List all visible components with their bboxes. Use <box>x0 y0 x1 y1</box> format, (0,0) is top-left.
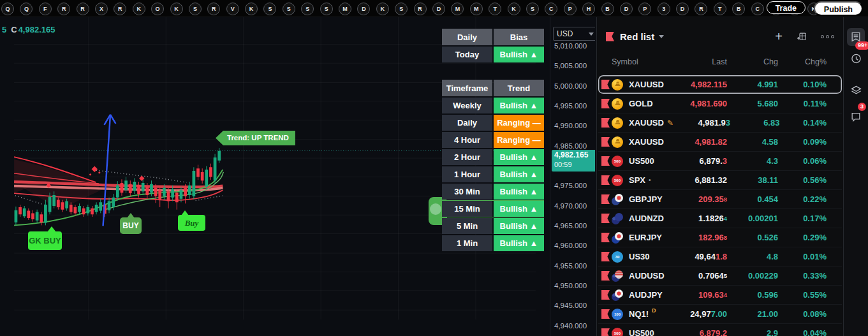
watchlist-row[interactable]: XAUUSD ✎ 4,981.9 3 6.83 0.14% <box>598 113 842 133</box>
last-price: 4,981.82 <box>668 137 727 147</box>
workspace-tab[interactable]: K <box>245 3 258 15</box>
red-flag-icon[interactable] <box>601 233 610 242</box>
red-flag-icon[interactable] <box>601 309 610 319</box>
col-chg[interactable]: Chg <box>727 57 778 66</box>
timeframe-cell: 5 Min <box>442 218 492 234</box>
watchlist-row[interactable]: GBPJPY 209.35 8 0.454 0.22% <box>598 190 842 209</box>
workspace-tab[interactable]: S <box>301 3 314 15</box>
workspace-tab[interactable]: R <box>695 3 707 15</box>
watchlist-row[interactable]: XAUUSD 4,981.82 4.58 0.09% <box>598 133 842 152</box>
publish-button[interactable]: Publish <box>814 1 863 16</box>
watchlist-row[interactable]: 500 SPX • 6,881.32 38.11 0.56% <box>598 171 842 190</box>
workspace-tab[interactable]: Q <box>1 3 14 15</box>
workspace-tab[interactable]: S <box>263 3 276 15</box>
col-symbol[interactable]: Symbol <box>612 57 638 66</box>
workspace-tab[interactable]: O <box>151 3 164 15</box>
workspace-tab[interactable]: D <box>357 3 370 15</box>
red-flag-icon[interactable] <box>601 290 610 300</box>
red-flag-icon[interactable] <box>601 118 610 128</box>
workspace-tab[interactable]: M <box>470 3 483 15</box>
workspace-tab[interactable]: R <box>207 3 220 15</box>
chart-pane[interactable]: 5C4,982.165 Trend: UP TREND GK BUY BUY B… <box>0 17 595 336</box>
alerts-tool-button[interactable] <box>847 49 865 67</box>
watchlist-title[interactable]: Red list <box>620 31 654 42</box>
col-last[interactable]: Last <box>668 57 727 66</box>
workspace-tab[interactable]: R <box>77 3 89 15</box>
watchlist-row[interactable]: 500 US500 6,879. 3 4.3 0.06% <box>598 152 842 171</box>
timeframe-cell: 4 Hour <box>442 132 492 148</box>
object-tree-button[interactable] <box>847 81 865 99</box>
watchlist-row[interactable]: AUDJPY 109.63 4 0.596 0.55% <box>598 286 842 305</box>
red-flag-icon[interactable] <box>601 137 610 147</box>
workspace-tab[interactable]: M <box>339 3 351 15</box>
workspace-tab[interactable]: T <box>489 3 501 15</box>
workspace-tab[interactable]: K <box>376 3 389 15</box>
workspace-tab[interactable]: 3 <box>658 3 670 15</box>
change-value: 4.991 <box>727 80 778 89</box>
workspace-tab[interactable]: C <box>545 3 557 15</box>
workspace-tab[interactable]: F <box>39 3 52 15</box>
workspace-tab[interactable]: D <box>432 3 445 15</box>
watchlist-row[interactable]: AUDUSD 0.7064 5 0.00229 0.33% <box>598 267 842 286</box>
workspace-tab[interactable]: S <box>395 3 408 15</box>
workspace-tab[interactable]: P <box>638 3 651 15</box>
workspace-tab[interactable]: D <box>620 3 633 15</box>
workspace-tab[interactable]: S <box>283 3 295 15</box>
red-flag-icon[interactable] <box>601 156 610 166</box>
workspace-tab[interactable]: V <box>226 3 239 15</box>
workspace-tab[interactable]: D <box>676 3 689 15</box>
workspace-tab[interactable]: S <box>320 3 333 15</box>
grid-view-button[interactable] <box>796 31 807 42</box>
red-flag-icon[interactable] <box>601 271 610 281</box>
workspace-tab[interactable]: H <box>582 3 595 15</box>
workspace-tab[interactable]: K <box>170 3 183 15</box>
watchlist-row[interactable]: GOLD 4,981.690 5.680 0.11% <box>598 94 842 113</box>
red-flag-icon[interactable] <box>601 194 610 204</box>
workspace-tab[interactable]: C <box>751 3 764 15</box>
red-flag-icon[interactable] <box>601 214 610 223</box>
col-chg-pct[interactable]: Chg% <box>778 57 827 66</box>
watchlist-row[interactable]: 500 US500 6,879.2 2.9 0.04% <box>598 324 842 336</box>
price-axis[interactable]: USD 5,010.000 5,005.000 5,000.000 4,995.… <box>550 17 595 336</box>
chevron-down-icon[interactable] <box>659 35 664 38</box>
workspace-tab[interactable]: S <box>189 3 202 15</box>
add-symbol-button[interactable]: + <box>775 31 783 42</box>
workspace-tab[interactable]: S <box>526 3 539 15</box>
workspace-tab[interactable]: B <box>601 3 614 15</box>
watchlist-row[interactable]: EURJPY 182.96 8 0.526 0.29% <box>598 228 842 247</box>
chat-count-badge: 3 <box>858 103 866 111</box>
change-value: 21.00 <box>727 309 778 319</box>
red-flag-icon[interactable] <box>601 328 610 336</box>
workspace-tab[interactable]: K <box>133 3 145 15</box>
workspace-tab[interactable]: T <box>714 3 726 15</box>
watchlist-row[interactable]: XAUUSD 4,982.115 4.991 0.10% <box>598 75 842 94</box>
workspace-tab[interactable]: K <box>508 3 520 15</box>
red-flag-icon[interactable] <box>601 175 610 185</box>
workspace-tab[interactable]: P <box>564 3 577 15</box>
red-flag-icon[interactable] <box>601 99 610 108</box>
currency-selector[interactable]: USD <box>553 27 595 41</box>
trade-button[interactable]: Trade <box>767 1 805 14</box>
watchlist-row[interactable]: 30 US30 49,64 1.8 4.8 0.01% <box>598 247 842 267</box>
more-options-button[interactable] <box>821 35 834 38</box>
red-flag-icon[interactable] <box>601 80 610 89</box>
price-tick: 4,960.000 <box>554 241 587 250</box>
red-flag-icon[interactable] <box>601 252 610 261</box>
workspace-tab[interactable]: R <box>114 3 126 15</box>
change-value: 0.454 <box>727 194 778 204</box>
trend-cell: Bullish ▲ <box>494 184 544 200</box>
timeframe-cell: 30 Min <box>442 184 492 200</box>
workspace-tab[interactable]: B <box>732 3 745 15</box>
workspace-tab[interactable]: R <box>57 3 70 15</box>
symbol-suffix: ✎ <box>667 119 673 128</box>
workspace-tab[interactable]: M <box>451 3 464 15</box>
timeframe-cell: Daily <box>442 115 492 131</box>
eurjpy-flags-icon <box>612 232 623 244</box>
workspace-tab[interactable]: X <box>95 3 108 15</box>
workspace-tab[interactable]: R <box>414 3 427 15</box>
change-value: 0.526 <box>727 233 778 242</box>
symbol-name: SPX <box>629 175 645 185</box>
watchlist-row[interactable]: 100 NQ1! D 24,97 7.00 21.00 0.08% <box>598 305 842 324</box>
workspace-tab[interactable]: Q <box>20 3 33 15</box>
watchlist-row[interactable]: AUDNZD 1.1826 4 0.00201 0.17% <box>598 209 842 228</box>
